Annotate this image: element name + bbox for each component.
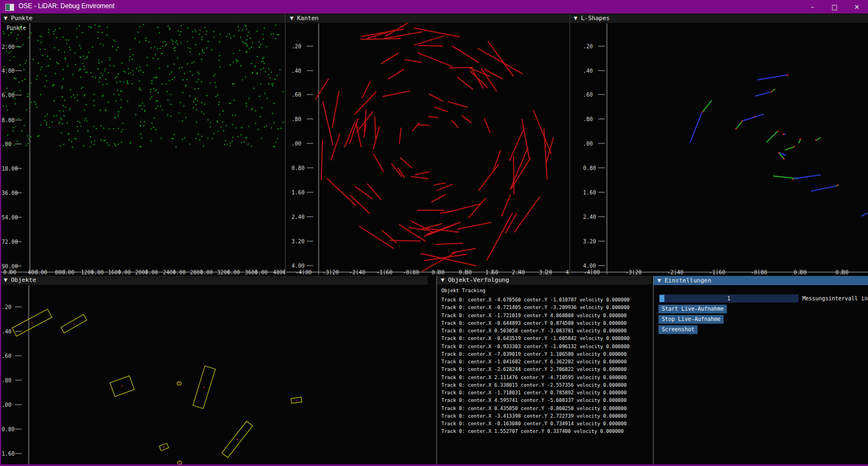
tracking-line: Track 0: center.X -0.721405 center.Y -3.… — [441, 304, 652, 311]
x-tick-label: -1.60 — [376, 269, 392, 274]
y-tick-label: 36.00 — [2, 190, 18, 196]
y-tick-label: 4.00 — [583, 263, 596, 269]
corner-point — [793, 146, 795, 147]
tracking-line: Track 0: center.X -7.039019 center.Y 1.1… — [441, 350, 652, 358]
window-border-left — [0, 14, 1, 466]
y-tick-label: .40 — [2, 329, 11, 335]
x-tick-label: 0.80 — [459, 269, 472, 274]
panel-punkte-header[interactable]: ▼ Punkte — [0, 14, 285, 23]
messungsintervall-slider[interactable]: 1 — [659, 294, 799, 303]
corner-point — [778, 152, 780, 153]
tracking-line: Track 0: center.X -0.643519 center.Y -1.… — [441, 335, 652, 342]
tracking-line: Track 0: center.X -2.628244 center.Y 2.7… — [441, 366, 652, 373]
tracking-line: Track 0: center.X -3.413398 center.Y 2.7… — [441, 412, 652, 420]
tracking-line: Track 0: center.X 2.111476 center.Y -4.7… — [441, 374, 652, 381]
object-center — [179, 462, 180, 463]
corner-point — [777, 130, 778, 132]
x-tick-label: 4.00 — [566, 269, 569, 274]
y-tick-label: 2.40 — [292, 214, 305, 220]
panel-lshapes: .20.40.60.80.000.801.602.403.204.00-4.00… — [570, 14, 868, 274]
panel-einstellungen-header[interactable]: ▼ Einstellungen — [654, 276, 868, 285]
collapse-triangle-icon: ▼ Objekt-Verfolgung — [441, 276, 509, 284]
tracking-line: Track 0: center.X -4.670560 center.Y -1.… — [441, 296, 652, 304]
panel-einstellungen: ▼ Einstellungen 1 Messungsintervall in S… — [653, 276, 868, 466]
x-tick-label: -1.60 — [709, 269, 725, 274]
objekte-plot: .20.40.60.80.000.801.60 — [0, 276, 428, 466]
y-tick-label: 1.60 — [292, 190, 305, 196]
x-tick-label: 3600.00 — [245, 269, 268, 274]
y-tick-label: 3.20 — [583, 238, 596, 244]
x-tick-label: 2400.00 — [163, 269, 186, 274]
screenshot-button[interactable]: Screenshot — [658, 325, 698, 334]
y-tick-label: 1.60 — [583, 190, 596, 196]
panel-objekte-header[interactable]: ▼ Objekte — [0, 276, 428, 285]
x-tick-label: -2.40 — [349, 269, 365, 274]
minimize-button[interactable]: – — [801, 0, 823, 14]
x-tick-label: 4000.00 — [273, 269, 285, 274]
object-center — [237, 439, 238, 440]
tracking-title: Objekt Tracking — [441, 288, 485, 293]
y-tick-label: .00 — [292, 141, 301, 147]
app-icon — [5, 4, 14, 11]
separator-punkte-kanten[interactable] — [285, 14, 286, 274]
x-tick-label: 3200.00 — [217, 269, 240, 274]
panel-lshapes-header[interactable]: ▼ L-Shapes — [570, 14, 868, 23]
y-tick-label: .20 — [2, 304, 11, 310]
y-tick-label: 1.60 — [2, 451, 15, 457]
corner-point — [701, 111, 703, 112]
slider-label: Messungsintervall in — [802, 295, 867, 301]
y-tick-label: 4.00 — [292, 263, 305, 269]
collapse-triangle-icon: ▼ Punkte — [4, 15, 33, 22]
x-tick-label: 2800.00 — [190, 269, 213, 274]
y-tick-label: 8.00 — [2, 117, 15, 123]
x-tick-label: 0.00 — [3, 269, 16, 274]
x-tick-label: -4.00 — [584, 269, 600, 274]
object-center — [204, 387, 205, 388]
x-tick-label: -2.40 — [667, 269, 683, 274]
tracking-line: Track 0: center.X -0.644893 center.Y 0.8… — [441, 319, 652, 327]
x-tick-label: -3.20 — [322, 269, 339, 274]
stop-live-aufnahme-button[interactable]: Stop Live-Aufnahme — [658, 315, 724, 324]
y-tick-label: .20 — [292, 43, 301, 49]
corner-point — [770, 91, 772, 92]
corner-point — [815, 139, 816, 141]
y-tick-label: .40 — [292, 68, 301, 74]
object-center — [73, 323, 74, 324]
tracking-line: Track 0: center.X -0.933303 center.Y -1.… — [441, 343, 652, 350]
collapse-triangle-icon: ▼ L-Shapes — [574, 15, 610, 22]
separator-kanten-lshapes[interactable] — [569, 14, 570, 274]
object-center — [179, 383, 180, 384]
panel-objekt-verfolgung: ▼ Objekt-Verfolgung Objekt Tracking Trac… — [436, 276, 652, 466]
lshape-segments — [690, 74, 867, 216]
y-tick-label: 0.80 — [292, 165, 305, 171]
object-center — [31, 322, 33, 323]
x-tick-label: 0.00 — [432, 269, 445, 274]
x-tick-label: -4.00 — [295, 269, 312, 274]
y-tick-label: .00 — [2, 402, 11, 408]
tracking-line: Track 0: center.X -1.718031 center.Y 0.7… — [441, 389, 652, 396]
corner-point — [837, 184, 838, 186]
collapse-triangle-icon: ▼ Kanten — [290, 15, 319, 22]
object-boxes — [12, 309, 302, 464]
tracking-lines: Track 0: center.X -4.670560 center.Y -1.… — [441, 296, 652, 436]
x-tick-label: 1.60 — [485, 269, 498, 274]
tracking-line: Track 0: center.X 0.503058 center.Y -3.0… — [441, 327, 652, 335]
y-tick-label: .80 — [583, 116, 593, 122]
maximize-button[interactable]: □ — [823, 0, 846, 14]
y-tick-label: 90.00 — [2, 263, 18, 269]
title-bar[interactable]: OSE - LiDAR: Debug Enviroment – □ ✕ — [0, 0, 868, 14]
y-tick-label: .00 — [583, 141, 593, 147]
app-icon-left — [6, 4, 10, 10]
close-button[interactable]: ✕ — [846, 0, 868, 14]
corner-point — [741, 120, 743, 122]
corner-point — [787, 74, 788, 75]
panel-objekt-verfolgung-header[interactable]: ▼ Objekt-Verfolgung — [437, 276, 652, 285]
y-tick-label: 0.80 — [583, 165, 596, 171]
collapse-triangle-icon: ▼ Objekte — [4, 276, 36, 284]
y-tick-label: .80 — [2, 377, 11, 383]
y-tick-label: .20 — [583, 43, 593, 49]
corner-point — [753, 116, 755, 117]
start-live-aufnahme-button[interactable]: Start Live-Aufnahme — [658, 305, 727, 313]
corner-point — [799, 138, 801, 140]
panel-kanten-header[interactable]: ▼ Kanten — [286, 14, 569, 23]
